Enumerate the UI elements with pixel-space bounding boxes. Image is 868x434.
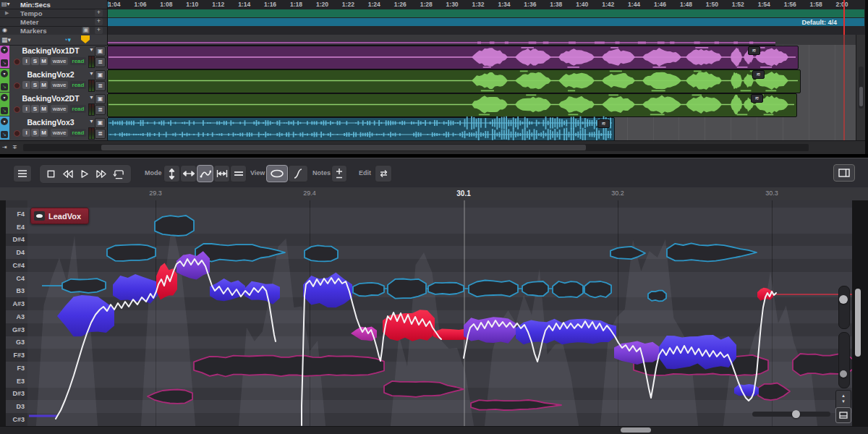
elastic-audio-icon[interactable]: ≋ (752, 70, 765, 79)
vertical-scrollbar[interactable] (859, 67, 864, 109)
octave-spinner[interactable]: ▲▼ (835, 390, 851, 409)
solo-button[interactable]: S (31, 57, 39, 65)
track-view-selector[interactable]: wave (51, 105, 68, 113)
automation-mode-button[interactable]: read (70, 57, 86, 65)
view-blobs-button[interactable] (266, 165, 288, 182)
vertical-scrollbar-thumb[interactable] (859, 87, 863, 106)
record-enable-button[interactable] (14, 59, 20, 65)
notes-add-remove-button[interactable] (331, 165, 347, 182)
main-menu-button[interactable] (13, 165, 32, 182)
input-monitor-button[interactable]: I (22, 129, 30, 137)
pitch-key-f3[interactable]: F3 (6, 362, 27, 375)
track-name-caret-icon[interactable]: ▼ (89, 47, 94, 52)
note-blob[interactable] (303, 273, 352, 308)
solo-button[interactable]: S (31, 81, 39, 89)
shield-icon[interactable] (81, 35, 90, 43)
input-monitor-button[interactable]: I (22, 81, 30, 89)
comments-icon[interactable]: ≣ (95, 105, 106, 115)
output-window-icon[interactable]: ▣ (95, 118, 106, 128)
track-collapse-icon[interactable]: ▾ (1, 94, 8, 101)
mute-button[interactable]: M (40, 81, 48, 89)
track-freeze-icon[interactable]: ↘ (1, 131, 8, 138)
track-header-backingvox2dt[interactable]: ▾ ↘ BackingVox2DT ▼ I S M wave read ▣ ≣ (0, 93, 107, 117)
ruler-view-icon[interactable]: ▤▾ (1, 1, 10, 7)
comments-icon[interactable]: ≣ (95, 81, 106, 91)
note-blob-outline[interactable] (610, 247, 645, 259)
edit-cycle-button[interactable] (375, 165, 392, 182)
note-blob-outline[interactable] (469, 281, 518, 297)
pitch-key-as3[interactable]: A#3 (6, 297, 27, 311)
track-freeze-icon[interactable]: ↘ (1, 107, 8, 114)
automation-mode-button[interactable]: read (70, 81, 86, 89)
track-list-icon[interactable]: ▦▾ (1, 36, 11, 43)
pitch-key-d4[interactable]: D4 (6, 246, 27, 260)
input-monitor-button[interactable]: I (22, 105, 30, 113)
note-blob-outline[interactable] (553, 281, 583, 297)
melodyne-note-editor[interactable]: F4E4D#4D4C#4C4B3A#3A3G#3G3F#3F3E3D#3D3C#… (0, 200, 868, 426)
pitch-key-fs3[interactable]: F#3 (6, 349, 27, 362)
horizontal-scrollbar-thumb[interactable] (101, 145, 586, 150)
note-blob-outline[interactable] (522, 281, 548, 296)
pitch-key-d3[interactable]: D3 (6, 400, 27, 414)
output-window-icon[interactable]: ▣ (95, 70, 106, 80)
mute-button[interactable]: M (40, 129, 48, 137)
view-pitch-curve-button[interactable] (288, 165, 308, 182)
vertical-scroll-handle[interactable] (840, 370, 847, 378)
marker-mode-button[interactable]: ▣ (82, 27, 90, 34)
add-tempo-button[interactable]: + (95, 9, 103, 17)
markers-icon[interactable]: ◉ (2, 27, 7, 33)
pitch-key-cs4[interactable]: C#4 (6, 259, 27, 273)
add-marker-button[interactable]: + (95, 27, 103, 34)
comments-icon[interactable]: ≣ (95, 57, 106, 67)
input-monitor-button[interactable]: I (22, 57, 30, 65)
track-name-caret-icon[interactable]: ▼ (89, 71, 94, 76)
cycle-button[interactable] (113, 169, 125, 180)
track-header-backingvox2[interactable]: ▾ ↘ BackingVox2 ▼ I S M wave read ▣ ≣ (0, 69, 107, 93)
horizontal-zoom-slider[interactable] (752, 412, 830, 417)
vertical-scroll-slider[interactable] (838, 332, 850, 388)
melodyne-horizontal-scrollbar-thumb[interactable] (621, 427, 651, 433)
note-blob[interactable] (244, 281, 280, 305)
track-color-tab[interactable]: ▾ ↘ (0, 69, 9, 92)
note-blob[interactable] (464, 317, 516, 343)
rewind-button[interactable] (61, 169, 74, 179)
mode-time-drag-tool[interactable] (180, 165, 197, 182)
track-freeze-icon[interactable]: ↘ (1, 59, 8, 67)
elastic-audio-icon[interactable]: ≋ (748, 46, 760, 55)
link-timeline-icon[interactable]: ◔▾ (64, 36, 71, 43)
track-name[interactable]: BackingVox2DT (12, 94, 90, 103)
melodyne-vertical-scrollbar-thumb[interactable] (855, 289, 861, 357)
vertical-zoom-handle[interactable] (839, 295, 848, 304)
mode-level-tool[interactable] (230, 165, 247, 182)
pitch-key-g3[interactable]: G3 (6, 336, 27, 350)
track-name[interactable]: BackingVox2 (12, 70, 90, 79)
elastic-audio-icon[interactable]: ≋ (597, 119, 610, 128)
elastic-audio-icon[interactable]: ≋ (751, 94, 763, 103)
output-window-icon[interactable]: ▣ (95, 46, 106, 56)
track-name[interactable]: BackingVox1DT (12, 46, 90, 55)
track-color-tab[interactable]: ▾ ↘ (0, 116, 9, 140)
pitch-key-f4[interactable]: F4 (6, 208, 27, 221)
play-button[interactable] (79, 169, 90, 179)
track-view-selector[interactable]: wave (51, 81, 68, 89)
horizontal-zoom-handle[interactable] (792, 410, 800, 418)
note-blob-outline[interactable] (648, 291, 666, 302)
track-collapse-icon[interactable]: ▾ (1, 118, 8, 125)
output-window-icon[interactable]: ▣ (95, 94, 106, 104)
track-collapse-icon[interactable]: ▾ (1, 46, 8, 54)
mute-button[interactable]: M (40, 105, 48, 113)
note-blob-outline[interactable] (305, 245, 338, 261)
note-blob-outline[interactable] (353, 283, 384, 297)
melodyne-bar-ruler[interactable]: 29.329.430.130.230.3 (0, 187, 868, 201)
track-collapse-icon[interactable]: ▾ (1, 70, 8, 77)
fast-forward-button[interactable] (95, 169, 108, 179)
panel-toggle-button[interactable] (833, 164, 855, 182)
solo-button[interactable]: S (31, 105, 39, 113)
track-header-backingvox3[interactable]: ▾ ↘ BackingVox3 ▼ I S M wave read ▣ ≣ (0, 116, 107, 141)
track-header-backingvox1dt[interactable]: ▾ ↘ BackingVox1DT ▼ I S M wave read ▣ ≣ (0, 45, 107, 69)
vertical-zoom-slider[interactable] (838, 286, 850, 329)
automation-mode-button[interactable]: read (70, 105, 86, 113)
note-blob-outline[interactable] (155, 216, 194, 236)
melodyne-right-scroll-strip[interactable] (852, 200, 868, 426)
playhead-cursor[interactable] (843, 0, 845, 35)
